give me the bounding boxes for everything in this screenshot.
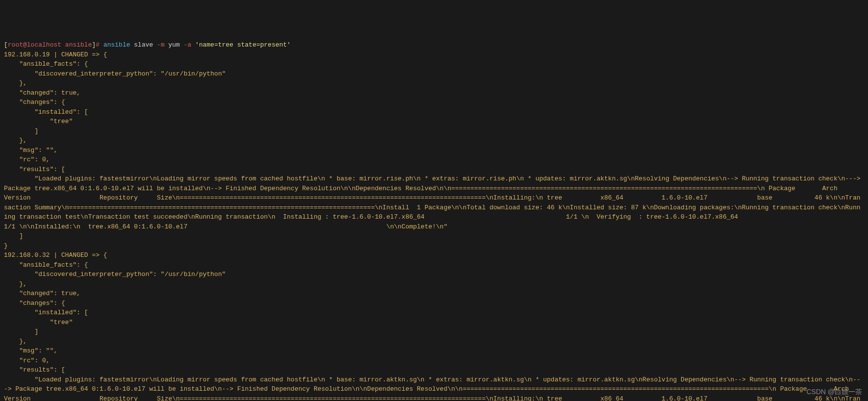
- prompt-line-1: [root@localhost ansible]# ansible slave …: [4, 41, 291, 49]
- ansible-facts-open: "ansible_facts": {: [4, 60, 88, 68]
- host1-block: 192.168.0.19 | CHANGED => { "ansible_fac…: [4, 51, 868, 401]
- host2-header: 192.168.0.32 | CHANGED => {: [4, 251, 107, 259]
- interpreter: "discovered_interpreter_python": "/usr/b…: [4, 70, 226, 77]
- changed: "changed": true,: [4, 89, 80, 97]
- command: ansible: [103, 41, 130, 49]
- changes-open: "changes": {: [4, 300, 65, 307]
- installed-close: ]: [4, 127, 38, 135]
- changes-close: },: [4, 137, 27, 144]
- changed: "changed": true,: [4, 290, 80, 297]
- rc: "rc": 0,: [4, 156, 50, 163]
- args: 'name=tree state=present': [191, 41, 291, 49]
- target: slave: [130, 41, 157, 49]
- installed-close: ]: [4, 328, 38, 335]
- user-host: root@localhost ansible: [8, 41, 92, 49]
- host1-header: 192.168.0.19 | CHANGED => {: [4, 51, 107, 58]
- installed-open: "installed": [: [4, 108, 88, 116]
- facts-close: },: [4, 79, 27, 87]
- rc: "rc": 0,: [4, 357, 50, 364]
- block-close: }: [4, 242, 8, 250]
- msg: "msg": "",: [4, 147, 57, 154]
- watermark: CSDN @白嫖一茶: [806, 387, 862, 397]
- tree-item: "tree": [4, 319, 73, 326]
- results-text: "Loaded plugins: fastestmirror\nLoading …: [4, 376, 868, 401]
- flag-m: -m: [157, 41, 165, 49]
- results-text: "Loaded plugins: fastestmirror\nLoading …: [4, 175, 868, 230]
- results-open: "results": [: [4, 166, 65, 173]
- installed-open: "installed": [: [4, 309, 88, 316]
- changes-close: },: [4, 338, 27, 345]
- changes-open: "changes": {: [4, 99, 65, 106]
- terminal-output[interactable]: [root@localhost ansible]# ansible slave …: [4, 40, 864, 401]
- ansible-facts-open: "ansible_facts": {: [4, 261, 88, 269]
- facts-close: },: [4, 280, 27, 288]
- msg: "msg": "",: [4, 347, 57, 354]
- results-close: ]: [4, 232, 23, 240]
- module: yum: [165, 41, 184, 49]
- bracket: [: [4, 41, 8, 49]
- tree-item: "tree": [4, 118, 73, 125]
- interpreter: "discovered_interpreter_python": "/usr/b…: [4, 271, 226, 278]
- hash: #: [96, 41, 103, 49]
- results-open: "results": [: [4, 366, 65, 374]
- flag-a: -a: [184, 41, 192, 49]
